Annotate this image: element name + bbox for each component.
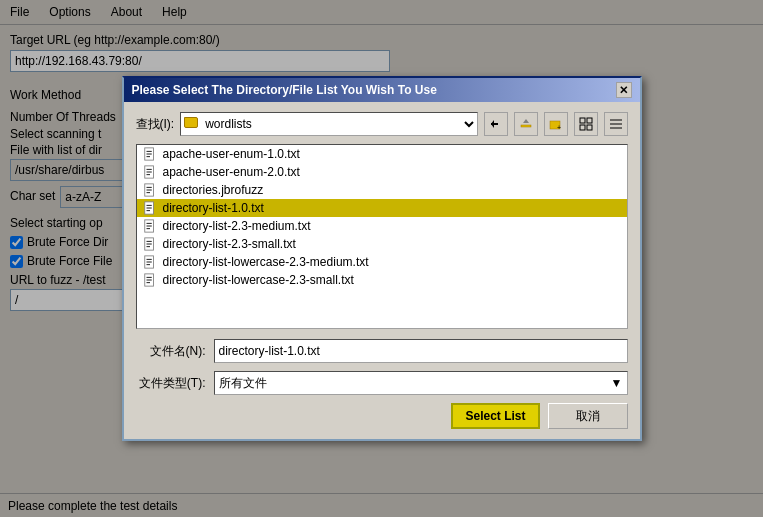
modal-overlay: Please Select The Directory/File List Yo… [0, 0, 763, 517]
file-name: apache-user-enum-2.0.txt [163, 165, 300, 179]
nav-back-button[interactable] [484, 112, 508, 136]
file-select-dialog: Please Select The Directory/File List Yo… [122, 76, 642, 441]
look-in-dropdown[interactable]: wordlists [180, 112, 477, 136]
svg-rect-2 [521, 125, 531, 127]
dropdown-arrow-icon: ▼ [611, 376, 623, 390]
dialog-buttons: Select List 取消 [136, 403, 628, 429]
list-item[interactable]: apache-user-enum-1.0.txt [137, 145, 627, 163]
svg-rect-9 [587, 125, 592, 130]
dialog-title: Please Select The Directory/File List Yo… [132, 83, 437, 97]
folder-icon [184, 117, 198, 128]
file-name: directories.jbrofuzz [163, 183, 264, 197]
dialog-toolbar: 查找(I): wordlists [136, 112, 628, 136]
file-name: directory-list-lowercase-2.3-small.txt [163, 273, 354, 287]
file-txt-icon [143, 183, 157, 197]
file-name: directory-list-2.3-small.txt [163, 237, 296, 251]
list-item-selected[interactable]: directory-list-1.0.txt [137, 199, 627, 217]
svg-rect-6 [580, 118, 585, 123]
list-item[interactable]: directory-list-2.3-medium.txt [137, 217, 627, 235]
file-txt-icon [143, 147, 157, 161]
filetype-row: 文件类型(T): 所有文件 ▼ [136, 371, 628, 395]
file-name: directory-list-1.0.txt [163, 201, 264, 215]
cancel-button[interactable]: 取消 [548, 403, 628, 429]
svg-text:+: + [557, 124, 561, 131]
file-txt-icon [143, 165, 157, 179]
grid-view-button[interactable] [574, 112, 598, 136]
list-item[interactable]: directory-list-lowercase-2.3-small.txt [137, 271, 627, 289]
file-name-label: 文件名(N): [136, 343, 206, 360]
up-folder-button[interactable] [514, 112, 538, 136]
list-view-button[interactable] [604, 112, 628, 136]
list-item[interactable]: directory-list-lowercase-2.3-medium.txt [137, 253, 627, 271]
list-item[interactable]: apache-user-enum-2.0.txt [137, 163, 627, 181]
app-window: File Options About Help Target URL (eg h… [0, 0, 763, 517]
dialog-body: 查找(I): wordlists [124, 102, 640, 439]
file-txt-icon [143, 219, 157, 233]
select-list-button[interactable]: Select List [451, 403, 539, 429]
filename-row: 文件名(N): [136, 339, 628, 363]
file-txt-icon [143, 255, 157, 269]
file-name: apache-user-enum-1.0.txt [163, 147, 300, 161]
dialog-titlebar: Please Select The Directory/File List Yo… [124, 78, 640, 102]
file-type-dropdown[interactable]: 所有文件 ▼ [214, 371, 628, 395]
svg-marker-1 [491, 120, 494, 128]
file-type-value: 所有文件 [219, 375, 267, 392]
file-name: directory-list-lowercase-2.3-medium.txt [163, 255, 369, 269]
svg-rect-7 [587, 118, 592, 123]
list-item[interactable]: directories.jbrofuzz [137, 181, 627, 199]
file-name: directory-list-2.3-medium.txt [163, 219, 311, 233]
file-list[interactable]: apache-user-enum-1.0.txt apache-user-enu… [136, 144, 628, 329]
dialog-close-button[interactable]: ✕ [616, 82, 632, 98]
file-name-input[interactable] [214, 339, 628, 363]
file-txt-icon [143, 237, 157, 251]
list-item[interactable]: directory-list-2.3-small.txt [137, 235, 627, 253]
look-in-label: 查找(I): [136, 116, 175, 133]
new-folder-button[interactable]: + [544, 112, 568, 136]
file-txt-icon [143, 201, 157, 215]
file-type-label: 文件类型(T): [136, 375, 206, 392]
svg-marker-3 [523, 119, 529, 123]
svg-rect-8 [580, 125, 585, 130]
file-txt-icon [143, 273, 157, 287]
